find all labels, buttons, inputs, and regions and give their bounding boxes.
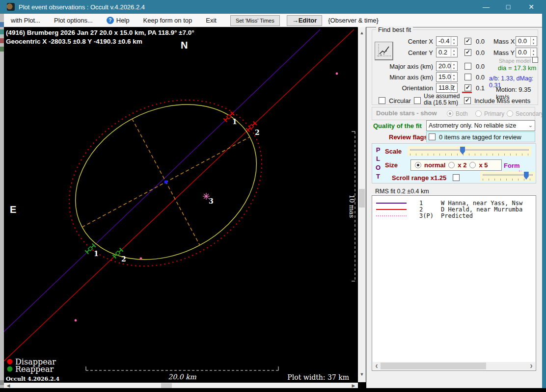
orientation-fit-checkbox[interactable]	[464, 84, 471, 91]
review-flags-box: 0 items are tagged for review	[426, 131, 535, 142]
mass-y-input[interactable]: 0.0 ▲▼	[516, 48, 537, 57]
use-assumed-label-2: dia (16.5 km)	[424, 99, 458, 106]
observer-row[interactable]: 3(P) Predicted	[372, 212, 536, 219]
major-axis-fit-checkbox[interactable]	[464, 63, 471, 70]
observer-list[interactable]: 1 W Hanna, near Yass, Nsw 2 D Herald, ne…	[372, 195, 536, 371]
observer-name: Predicted	[441, 212, 473, 219]
menu-plot-options[interactable]: Plot options...	[47, 14, 100, 27]
menu-exit[interactable]: Exit	[199, 14, 223, 27]
mass-y-spinner[interactable]: ▲▼	[530, 49, 536, 56]
shape-model-label: Shape model	[499, 58, 531, 64]
observer-name: D Herald, near Murrumba	[441, 206, 522, 213]
quality-of-fit-value: Astrometry only. No reliable size	[429, 122, 516, 129]
horizontal-scroll-thumb[interactable]	[161, 383, 172, 388]
occultation-plot-canvas[interactable]: 11223(4916) Brumberg 2026 Jan 27 20.0 x …	[4, 27, 357, 382]
mass-y-label: Mass Y	[493, 49, 515, 56]
review-flags-label: Review flags	[389, 133, 428, 141]
use-assumed-label-1: Use assumed	[424, 93, 460, 100]
observer-row[interactable]: 2 D Herald, near Murrumba	[372, 206, 536, 212]
close-button[interactable]: ✕	[520, 0, 542, 14]
scroll-range-checkbox[interactable]	[453, 174, 460, 181]
minimize-button[interactable]: ―	[475, 0, 497, 14]
use-assumed-dia-checkbox[interactable]	[414, 97, 421, 104]
set-miss-times-button[interactable]: Set 'Miss' Times	[230, 15, 280, 26]
window-title: Plot event observations : Occult v.4.202…	[19, 3, 145, 11]
size-normal-radio[interactable]	[415, 162, 421, 168]
vertical-scroll-thumb[interactable]	[359, 189, 365, 208]
center-y-spinner[interactable]: ▲▼	[451, 49, 457, 56]
major-axis-spinner[interactable]: ▲▼	[451, 62, 457, 70]
scroll-down-icon[interactable]: ▼	[358, 370, 366, 378]
shape-model-checkbox[interactable]	[532, 57, 538, 63]
orientation-label: Orientation	[379, 84, 433, 92]
svg-text:1: 1	[94, 250, 99, 258]
quality-of-fit-dropdown[interactable]: Astrometry only. No reliable size ⌄	[426, 120, 535, 131]
mass-y-value: 0.0	[518, 49, 527, 56]
double-primary-radio[interactable]	[475, 110, 482, 117]
minor-axis-input[interactable]: 15.0 ▲▼	[436, 72, 458, 82]
center-x-sigma: 0.0	[476, 38, 485, 45]
size-option-box: normal x 2 x 5	[410, 159, 502, 171]
orientation-spinner[interactable]: ▲▼	[451, 84, 457, 92]
observer-list-scrollbar[interactable]: ❮ ❯	[373, 362, 535, 370]
menu-with-plot[interactable]: with Plot...	[4, 14, 47, 27]
center-x-spinner[interactable]: ▲▼	[451, 37, 457, 45]
observer-name: W Hanna, near Yass, Nsw	[441, 200, 522, 207]
size-x5-radio[interactable]	[469, 162, 476, 168]
observer-number: 2	[419, 206, 441, 213]
menu-keep-on-top[interactable]: Keep form on top	[136, 14, 199, 27]
editor-button[interactable]: →Editor	[287, 15, 323, 26]
background-icon	[0, 29, 4, 34]
observer-row[interactable]: 1 W Hanna, near Yass, Nsw	[372, 200, 536, 206]
scroll-up-icon[interactable]: ▲	[358, 29, 366, 37]
center-x-fit-checkbox[interactable]	[464, 38, 471, 45]
orientation-input[interactable]: 118.9 ▲▼	[436, 83, 458, 93]
scale-slider[interactable]	[408, 146, 531, 156]
orientation-sigma: 0.1	[476, 84, 485, 92]
scroll-right-icon[interactable]: ❯	[527, 362, 535, 370]
svg-text:E: E	[10, 204, 16, 215]
svg-text:Geocentric X -2803.5 ±0.8 Y: Geocentric X -2803.5 ±0.8 Y -4190.3 ±0.6…	[6, 38, 142, 45]
form-opacity-slider[interactable]	[480, 171, 535, 181]
plot-vertical-scrollbar[interactable]: ▲ ▼	[358, 27, 366, 382]
window-right-border	[542, 0, 546, 388]
minor-axis-value: 15.0	[438, 73, 451, 80]
observer-scroll-thumb[interactable]	[381, 363, 486, 369]
include-miss-checkbox[interactable]	[464, 97, 471, 104]
review-flags-checkbox[interactable]	[429, 133, 436, 140]
double-both-radio[interactable]	[447, 110, 453, 117]
minor-axis-fit-checkbox[interactable]	[464, 74, 471, 80]
size-label: Size	[385, 161, 398, 169]
size-normal-label: normal	[424, 161, 445, 169]
svg-text:20.0 km: 20.0 km	[168, 373, 196, 381]
scroll-left-icon[interactable]: ❮	[373, 362, 381, 370]
circular-checkbox[interactable]	[379, 97, 385, 104]
center-y-fit-checkbox[interactable]	[464, 49, 471, 56]
rms-fit-label: RMS fit 0.2 ±0.4 km	[375, 188, 429, 195]
plot-svg[interactable]: 11223(4916) Brumberg 2026 Jan 27 20.0 x …	[4, 27, 357, 382]
double-primary-label: Primary	[484, 110, 504, 117]
size-x2-label: x 2	[458, 161, 466, 169]
double-stars-group: Double stars - show Both Primary Seconda…	[372, 107, 535, 120]
svg-text:1: 1	[232, 118, 237, 126]
maximize-button[interactable]: □	[497, 0, 519, 14]
menu-help[interactable]: Help	[100, 17, 136, 24]
mass-x-value: 0.0	[518, 37, 527, 45]
background-icon	[0, 380, 4, 385]
background-window-sliver	[0, 0, 4, 388]
double-secondary-radio[interactable]	[507, 110, 513, 117]
svg-text:Occult 4.2026.2.4: Occult 4.2026.2.4	[6, 376, 59, 382]
chevron-down-icon: ⌄	[528, 122, 533, 129]
mass-x-spinner[interactable]: ▲▼	[530, 37, 536, 45]
title-bar[interactable]: Plot event observations : Occult v.4.202…	[0, 0, 546, 14]
desktop-strip	[0, 388, 546, 392]
include-miss-label: Include Miss events	[474, 97, 530, 105]
center-y-input[interactable]: 0.2 ▲▼	[436, 48, 458, 57]
double-stars-label: Double stars - show	[376, 109, 437, 117]
major-axis-input[interactable]: 20.0 ▲▼	[436, 61, 458, 71]
mass-x-input[interactable]: 0.0 ▲▼	[516, 36, 537, 46]
app-window: Plot event observations : Occult v.4.202…	[0, 0, 546, 392]
size-x2-radio[interactable]	[448, 162, 455, 168]
center-x-input[interactable]: -0.4 ▲▼	[436, 36, 458, 46]
minor-axis-spinner[interactable]: ▲▼	[451, 73, 457, 81]
